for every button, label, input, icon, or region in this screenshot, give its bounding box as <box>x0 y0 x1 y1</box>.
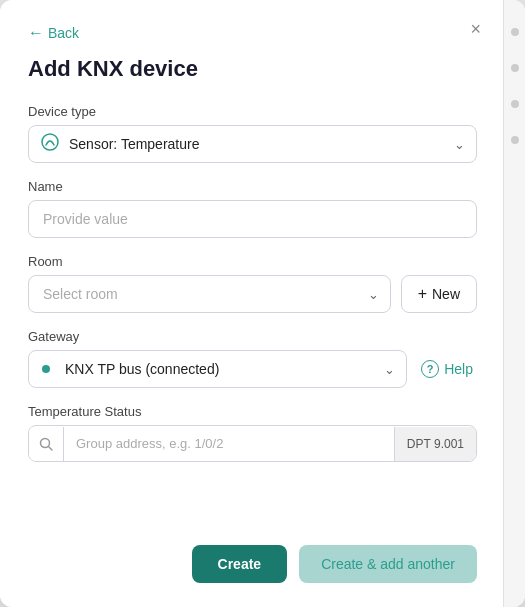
help-circle-icon: ? <box>421 360 439 378</box>
gateway-label: Gateway <box>28 329 477 344</box>
back-link[interactable]: ← Back <box>28 24 79 42</box>
room-select-wrapper: Select room ⌄ <box>28 275 391 313</box>
name-label: Name <box>28 179 477 194</box>
back-link-label: Back <box>48 25 79 41</box>
room-row: Select room ⌄ + New <box>28 275 477 313</box>
device-type-select-wrapper: Sensor: Temperature ⌄ <box>28 125 477 163</box>
gateway-select[interactable]: KNX TP bus (connected) <box>28 350 407 388</box>
gateway-row: KNX TP bus (connected) ⌄ ? Help <box>28 350 477 388</box>
device-type-select[interactable]: Sensor: Temperature <box>28 125 477 163</box>
new-room-label: New <box>432 286 460 302</box>
close-button[interactable]: × <box>464 18 487 40</box>
svg-line-2 <box>49 446 53 450</box>
temperature-status-row: DPT 9.001 <box>28 425 477 462</box>
plus-icon: + <box>418 285 427 303</box>
peek-dot-2 <box>511 64 519 72</box>
dpt-badge: DPT 9.001 <box>394 427 476 461</box>
page-title: Add KNX device <box>28 56 477 82</box>
room-select[interactable]: Select room <box>28 275 391 313</box>
modal-panel: × ← Back Add KNX device Device type Sens… <box>0 0 505 607</box>
temperature-status-field: Temperature Status DPT 9.001 <box>28 404 477 462</box>
temperature-status-label: Temperature Status <box>28 404 477 419</box>
temperature-group-address-input[interactable] <box>64 426 394 461</box>
modal-container: × ← Back Add KNX device Device type Sens… <box>0 0 525 607</box>
peek-dot-1 <box>511 28 519 36</box>
new-room-button[interactable]: + New <box>401 275 477 313</box>
side-panel-peek <box>503 0 525 607</box>
footer-actions: Create Create & add another <box>192 545 477 583</box>
name-input[interactable] <box>28 200 477 238</box>
back-arrow-icon: ← <box>28 24 44 42</box>
peek-dot-4 <box>511 136 519 144</box>
device-type-label: Device type <box>28 104 477 119</box>
peek-dot-3 <box>511 100 519 108</box>
create-and-add-another-button[interactable]: Create & add another <box>299 545 477 583</box>
device-type-field: Device type Sensor: Temperature ⌄ <box>28 104 477 163</box>
create-button[interactable]: Create <box>192 545 288 583</box>
room-label: Room <box>28 254 477 269</box>
help-label: Help <box>444 361 473 377</box>
help-button[interactable]: ? Help <box>417 354 477 384</box>
name-field: Name <box>28 179 477 238</box>
gateway-select-wrapper: KNX TP bus (connected) ⌄ <box>28 350 407 388</box>
gateway-field: Gateway KNX TP bus (connected) ⌄ ? Help <box>28 329 477 388</box>
room-field: Room Select room ⌄ + New <box>28 254 477 313</box>
search-icon <box>29 427 64 461</box>
